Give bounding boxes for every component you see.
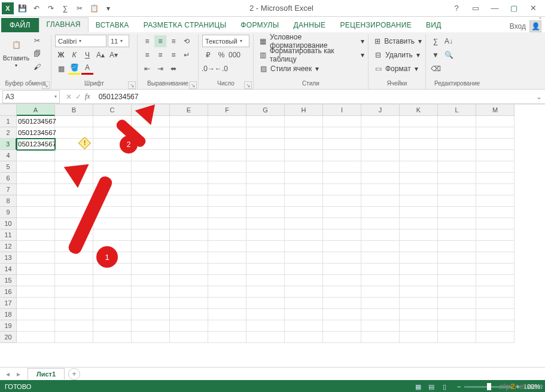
cell[interactable] (55, 309, 93, 320)
cell[interactable] (476, 173, 514, 184)
name-box[interactable]: A3▾ (2, 90, 60, 103)
cell[interactable] (170, 161, 208, 173)
cell[interactable] (208, 320, 246, 332)
row-header[interactable]: 11 (0, 229, 17, 241)
cell[interactable] (170, 275, 208, 286)
cell[interactable] (93, 286, 132, 298)
row-header[interactable]: 3 (0, 139, 17, 150)
cell[interactable] (400, 184, 438, 195)
cell[interactable] (285, 320, 323, 332)
cell[interactable] (323, 229, 361, 241)
cell[interactable] (17, 173, 55, 184)
cell[interactable] (400, 127, 438, 139)
cell[interactable] (361, 332, 400, 343)
cell[interactable] (246, 161, 285, 173)
cell[interactable] (17, 252, 55, 264)
align-bottom-icon[interactable]: ≡ (168, 35, 179, 47)
cell[interactable] (285, 241, 323, 252)
decrease-decimal-icon[interactable]: ←.0 (215, 63, 227, 75)
cell[interactable] (93, 275, 132, 286)
cell[interactable] (132, 207, 170, 218)
conditional-formatting-button[interactable]: ▦Условное форматирование▾ (257, 35, 364, 47)
cell[interactable] (132, 286, 170, 298)
cell[interactable]: 0501234567 (17, 139, 55, 150)
cell[interactable] (93, 161, 132, 173)
tab-home[interactable]: ГЛАВНАЯ (39, 17, 89, 32)
cell[interactable] (93, 320, 132, 332)
tab-insert[interactable]: ВСТАВКА (89, 19, 136, 32)
cell[interactable] (246, 184, 285, 195)
cell[interactable] (400, 229, 438, 241)
cell[interactable] (438, 298, 476, 309)
cell[interactable] (361, 161, 400, 173)
cell[interactable] (170, 195, 208, 207)
cell[interactable] (323, 241, 361, 252)
cell[interactable] (208, 139, 246, 150)
borders-icon[interactable]: ▦ (55, 63, 67, 75)
cell[interactable] (55, 264, 93, 275)
cell[interactable] (55, 298, 93, 309)
cell[interactable] (438, 184, 476, 195)
cell[interactable] (438, 309, 476, 320)
sheet-tab-active[interactable]: Лист1 (28, 368, 65, 379)
cell[interactable] (400, 298, 438, 309)
column-header[interactable]: F (208, 105, 246, 116)
cell[interactable] (246, 116, 285, 127)
cell[interactable] (361, 252, 400, 264)
cell[interactable] (93, 298, 132, 309)
cell[interactable] (438, 150, 476, 161)
cell[interactable] (476, 195, 514, 207)
cell[interactable] (132, 332, 170, 343)
cell[interactable] (170, 218, 208, 229)
tab-page-layout[interactable]: РАЗМЕТКА СТРАНИЦЫ (136, 19, 234, 32)
column-header[interactable]: I (323, 105, 361, 116)
row-header[interactable]: 8 (0, 195, 17, 207)
cell[interactable] (285, 116, 323, 127)
cell[interactable] (93, 218, 132, 229)
cell[interactable] (170, 116, 208, 127)
cell[interactable] (170, 207, 208, 218)
row-header[interactable]: 14 (0, 264, 17, 275)
cell[interactable] (323, 275, 361, 286)
cell[interactable] (17, 229, 55, 241)
cell[interactable] (323, 332, 361, 343)
wrap-text-icon[interactable]: ↵ (181, 49, 193, 61)
autosum-icon[interactable]: ∑ (59, 2, 72, 15)
cell[interactable] (361, 264, 400, 275)
cell[interactable] (361, 173, 400, 184)
row-header[interactable]: 6 (0, 173, 17, 184)
font-family-combo[interactable]: Calibri▾ (55, 35, 106, 47)
cell[interactable] (246, 195, 285, 207)
cell[interactable] (93, 332, 132, 343)
cell[interactable] (361, 309, 400, 320)
cell[interactable] (246, 320, 285, 332)
cell[interactable] (476, 184, 514, 195)
cell[interactable] (438, 195, 476, 207)
cell[interactable] (476, 309, 514, 320)
cell[interactable] (208, 309, 246, 320)
cell[interactable] (285, 184, 323, 195)
cell[interactable] (17, 264, 55, 275)
row-header[interactable]: 15 (0, 275, 17, 286)
cell[interactable] (438, 139, 476, 150)
cell[interactable] (132, 252, 170, 264)
italic-button[interactable]: К (68, 49, 80, 61)
underline-button[interactable]: Ч (81, 49, 93, 61)
dialog-launcher-icon[interactable]: ↘ (42, 81, 50, 89)
insert-cells-button[interactable]: ⊞Вставить▾ (372, 35, 422, 47)
cell[interactable] (285, 139, 323, 150)
cell[interactable] (438, 173, 476, 184)
cell[interactable] (476, 207, 514, 218)
cell[interactable] (438, 320, 476, 332)
cell[interactable] (476, 275, 514, 286)
cell[interactable] (476, 150, 514, 161)
font-color-icon[interactable]: A (81, 63, 93, 75)
cell[interactable] (132, 275, 170, 286)
dialog-launcher-icon[interactable]: ↘ (189, 81, 197, 89)
cell[interactable] (55, 116, 93, 127)
cell[interactable] (361, 150, 400, 161)
cell[interactable] (400, 195, 438, 207)
cell[interactable] (170, 264, 208, 275)
cell[interactable] (17, 298, 55, 309)
cell[interactable] (132, 309, 170, 320)
